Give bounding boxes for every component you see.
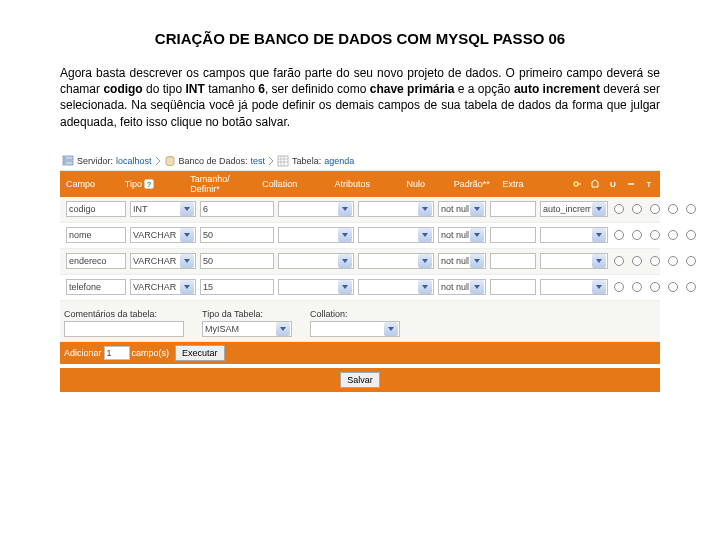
unique-radio[interactable] [650, 230, 660, 240]
index-radio[interactable] [632, 256, 642, 266]
header-padrao: Padrão** [454, 179, 490, 189]
help-icon[interactable]: ? [143, 178, 154, 189]
chevron-right-icon [155, 156, 161, 166]
save-button[interactable]: Salvar [340, 372, 380, 388]
none-radio[interactable] [668, 256, 678, 266]
header-extra: Extra [503, 179, 524, 189]
field-attributes-select[interactable] [358, 279, 434, 295]
fulltext-radio[interactable] [686, 230, 696, 240]
primary-key-icon [571, 178, 582, 189]
para-text: tamanho [205, 82, 258, 96]
svg-point-12 [574, 182, 578, 186]
field-default-input[interactable] [490, 253, 536, 269]
unique-radio[interactable] [650, 204, 660, 214]
svg-rect-5 [278, 156, 288, 166]
header-tipo: Tipo [125, 179, 142, 189]
field-extra-select[interactable] [540, 201, 608, 217]
index-radio[interactable] [632, 230, 642, 240]
field-collation-select[interactable] [278, 253, 354, 269]
index-radio[interactable] [632, 282, 642, 292]
field-length-input[interactable] [200, 253, 274, 269]
field-null-select[interactable] [438, 253, 486, 269]
fulltext-radio[interactable] [686, 256, 696, 266]
svg-text:T: T [646, 181, 651, 188]
header-collation: Collation [262, 179, 297, 189]
field-name-input[interactable] [66, 279, 126, 295]
comments-input[interactable] [64, 321, 184, 337]
field-collation-select[interactable] [278, 279, 354, 295]
field-extra-select[interactable] [540, 253, 608, 269]
field-default-input[interactable] [490, 279, 536, 295]
table-row [60, 249, 660, 275]
para-bold-pk: chave primária [370, 82, 455, 96]
field-length-input[interactable] [200, 279, 274, 295]
field-length-input[interactable] [200, 227, 274, 243]
field-attributes-select[interactable] [358, 201, 434, 217]
field-extra-select[interactable] [540, 279, 608, 295]
primary-key-radio[interactable] [614, 204, 624, 214]
breadcrumb-server-link[interactable]: localhost [116, 156, 152, 166]
field-attributes-select[interactable] [358, 227, 434, 243]
field-type-select[interactable] [130, 279, 196, 295]
field-length-input[interactable] [200, 201, 274, 217]
fulltext-radio[interactable] [686, 204, 696, 214]
table-type-label: Tipo da Tabela: [202, 309, 292, 319]
field-type-select[interactable] [130, 253, 196, 269]
header-nulo: Nulo [407, 179, 426, 189]
field-extra-select[interactable] [540, 227, 608, 243]
breadcrumb-db-link[interactable]: test [251, 156, 266, 166]
field-null-select[interactable] [438, 279, 486, 295]
field-default-input[interactable] [490, 227, 536, 243]
table-collation-select[interactable] [310, 321, 400, 337]
database-icon [164, 155, 176, 167]
unique-radio[interactable] [650, 256, 660, 266]
table-icon [277, 155, 289, 167]
fulltext-radio[interactable] [686, 282, 696, 292]
header-tamanho: Tamanho/ Definir* [190, 174, 258, 194]
field-attributes-select[interactable] [358, 253, 434, 269]
primary-key-radio[interactable] [614, 282, 624, 292]
table-options-row: Comentários da tabela: Tipo da Tabela: C… [60, 301, 660, 342]
para-bold-codigo: codigo [103, 82, 142, 96]
breadcrumb-db-label: Banco de Dados: [179, 156, 248, 166]
para-text: , ser definido como [265, 82, 370, 96]
field-name-input[interactable] [66, 253, 126, 269]
field-null-select[interactable] [438, 201, 486, 217]
field-default-input[interactable] [490, 201, 536, 217]
field-collation-select[interactable] [278, 201, 354, 217]
breadcrumb-table-label: Tabela: [292, 156, 321, 166]
index-radio[interactable] [632, 204, 642, 214]
field-null-select[interactable] [438, 227, 486, 243]
none-radio[interactable] [668, 204, 678, 214]
add-fields-post: campo(s) [132, 348, 170, 358]
svg-text:U: U [610, 180, 616, 189]
para-text: e a opção [454, 82, 513, 96]
table-header: Campo Tipo ? Tamanho/ Definir* Collation… [60, 171, 660, 197]
execute-button[interactable]: Executar [175, 345, 225, 361]
svg-point-3 [64, 162, 66, 164]
field-name-input[interactable] [66, 201, 126, 217]
table-type-select[interactable] [202, 321, 292, 337]
table-row [60, 223, 660, 249]
breadcrumb: Servidor: localhost Banco de Dados: test… [60, 152, 660, 171]
fulltext-icon: T [643, 178, 654, 189]
primary-key-radio[interactable] [614, 230, 624, 240]
field-collation-select[interactable] [278, 227, 354, 243]
header-campo: Campo [66, 179, 95, 189]
none-radio[interactable] [668, 282, 678, 292]
breadcrumb-table-link[interactable]: agenda [324, 156, 354, 166]
none-radio[interactable] [668, 230, 678, 240]
server-icon [62, 155, 74, 167]
field-type-select[interactable] [130, 227, 196, 243]
unique-radio[interactable] [650, 282, 660, 292]
add-fields-count-input[interactable] [104, 346, 130, 360]
primary-key-radio[interactable] [614, 256, 624, 266]
field-type-select[interactable] [130, 201, 196, 217]
para-bold-int: INT [185, 82, 204, 96]
save-bar: Salvar [60, 368, 660, 392]
para-text: do tipo [143, 82, 186, 96]
index-icon [589, 178, 600, 189]
header-atributos: Atributos [334, 179, 370, 189]
table-collation-label: Collation: [310, 309, 400, 319]
field-name-input[interactable] [66, 227, 126, 243]
